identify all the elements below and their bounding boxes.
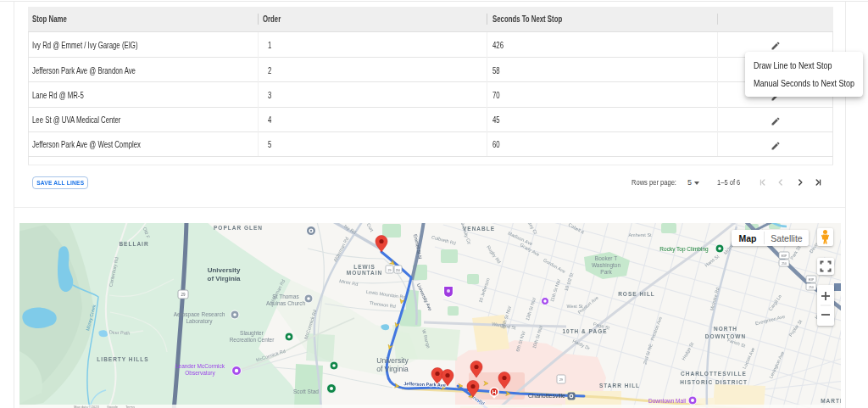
svg-text:West St: West St <box>566 304 583 309</box>
svg-text:CHARLOTTESVILLE: CHARLOTTESVILLE <box>681 371 747 377</box>
svg-text:Washington: Washington <box>592 262 620 269</box>
svg-text:Recreation Center: Recreation Center <box>230 337 275 343</box>
svg-text:POPLAR GLEN: POPLAR GLEN <box>214 225 263 231</box>
svg-text:NORTH: NORTH <box>714 326 737 332</box>
svg-text:MOUNTAIN: MOUNTAIN <box>347 270 383 276</box>
svg-text:STARR HILL: STARR HILL <box>599 383 640 388</box>
svg-text:Laboratory: Laboratory <box>186 318 213 325</box>
svg-text:Charlottesville: Charlottesville <box>528 393 565 399</box>
svg-text:250: 250 <box>809 286 814 289</box>
svg-text:EXP: EXP <box>782 254 787 258</box>
svg-text:29: 29 <box>181 293 186 297</box>
svg-text:Slaughter: Slaughter <box>240 330 264 337</box>
svg-text:Amherst St: Amherst St <box>628 232 652 238</box>
svg-text:of Virginia: of Virginia <box>376 365 409 373</box>
svg-text:Booker T: Booker T <box>595 255 617 261</box>
svg-text:Scott Stad: Scott Stad <box>293 388 319 394</box>
svg-text:University: University <box>208 266 241 274</box>
svg-text:Observatory: Observatory <box>185 370 215 377</box>
svg-text:LEWIS: LEWIS <box>353 264 376 270</box>
svg-text:BELLAIR: BELLAIR <box>119 241 148 247</box>
svg-text:ROSE HILL: ROSE HILL <box>618 291 655 297</box>
svg-text:Aerospace Research: Aerospace Research <box>174 311 225 318</box>
svg-text:Leander McCormick: Leander McCormick <box>175 363 225 369</box>
svg-text:Google: Google <box>107 405 119 408</box>
svg-text:250: 250 <box>782 262 787 265</box>
svg-text:Map data ©2023: Map data ©2023 <box>74 405 99 408</box>
svg-text:of Virginia: of Virginia <box>208 275 242 282</box>
svg-text:10TH & PAGE: 10TH & PAGE <box>562 328 607 334</box>
svg-text:29: 29 <box>388 269 392 272</box>
svg-text:Downtown Mall: Downtown Mall <box>648 398 687 404</box>
svg-text:University: University <box>376 356 409 365</box>
svg-text:Park: Park <box>600 269 612 275</box>
svg-text:Terms: Terms <box>125 405 135 408</box>
svg-text:29: 29 <box>559 378 563 382</box>
svg-text:DOWNTOWN: DOWNTOWN <box>705 333 746 339</box>
svg-text:MARTI: MARTI <box>821 398 841 404</box>
svg-text:HISTORIC DISTRICT: HISTORIC DISTRICT <box>680 379 748 385</box>
svg-text:EXP: EXP <box>809 278 814 282</box>
svg-text:Rocky Top Climbing: Rocky Top Climbing <box>659 246 709 253</box>
svg-text:250: 250 <box>396 269 401 272</box>
svg-text:LIBERTY HILLS: LIBERTY HILLS <box>97 356 148 362</box>
svg-text:H: H <box>492 389 496 395</box>
